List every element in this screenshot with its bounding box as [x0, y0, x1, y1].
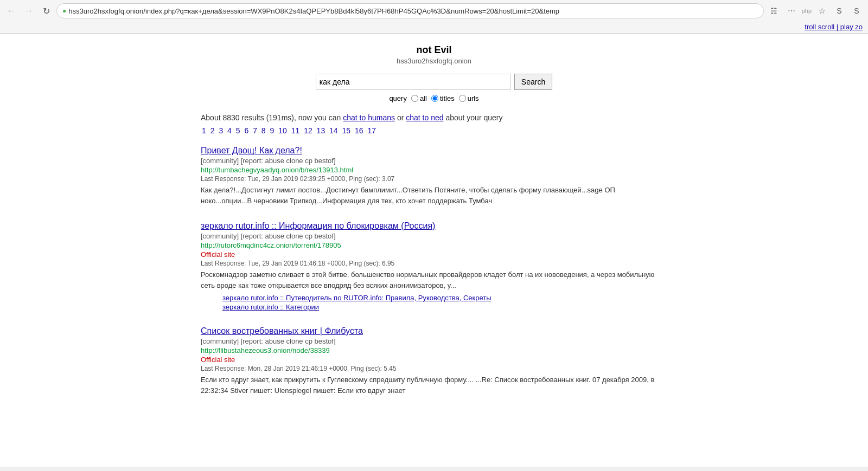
- result-url: http://flibustahezeous3.onion/node/38339: [201, 346, 667, 354]
- page-10[interactable]: 10: [278, 126, 287, 135]
- result-official: Official site: [201, 250, 667, 259]
- search-input[interactable]: [316, 74, 511, 90]
- result-ping: Last Response: Tue, 29 Jan 2019 01:46:18…: [201, 260, 667, 267]
- sync-button[interactable]: S: [832, 4, 846, 18]
- reader-view-button[interactable]: ☵: [767, 4, 781, 18]
- all-label: all: [420, 94, 427, 102]
- result-snippet: Роскомнадзор заметно сливает в этой битв…: [201, 269, 667, 291]
- troll-scroll-link[interactable]: troll scroll | play zo: [805, 23, 863, 31]
- urls-option[interactable]: urls: [459, 94, 479, 102]
- site-title: not Evil: [201, 44, 667, 56]
- forward-button[interactable]: →: [22, 4, 36, 18]
- pagination: 1 2 3 4 5 6 7 8 9 10 11 12 13 14 15 16 1…: [201, 126, 667, 135]
- result-title: Список востребованных книг | Флибуста: [201, 326, 667, 336]
- php-label: php: [802, 8, 812, 14]
- page-1[interactable]: 1: [202, 126, 206, 135]
- results-count-text: About 8830 results (191ms), now you can: [201, 113, 343, 122]
- page-14[interactable]: 14: [329, 126, 338, 135]
- more-menu-button[interactable]: ⋯: [784, 4, 799, 18]
- search-button[interactable]: Search: [514, 74, 552, 90]
- result-official: Official site: [201, 356, 667, 364]
- page-8[interactable]: 8: [261, 126, 266, 135]
- titles-label: titles: [440, 94, 455, 102]
- page-3[interactable]: 3: [219, 126, 223, 135]
- sub-link-2[interactable]: зеркало rutor.info :: Категории: [222, 303, 667, 311]
- page-13[interactable]: 13: [317, 126, 326, 135]
- sub-links: зеркало rutor.info :: Путеводитель по RU…: [222, 294, 667, 311]
- result-meta: [community] [report: abuse clone cp best…: [201, 157, 667, 165]
- search-options: query all titles urls: [201, 94, 667, 102]
- page-9[interactable]: 9: [270, 126, 275, 135]
- page-15[interactable]: 15: [342, 126, 351, 135]
- page-12[interactable]: 12: [304, 126, 312, 135]
- sub-link-1[interactable]: зеркало rutor.info :: Путеводитель по RU…: [222, 294, 667, 302]
- page-6[interactable]: 6: [244, 126, 248, 135]
- back-button[interactable]: ←: [4, 4, 18, 18]
- bookmark-button[interactable]: ☆: [815, 4, 829, 18]
- result-snippet: Как дела?!...Достигнут лимит постов...До…: [201, 185, 667, 206]
- result-title-link[interactable]: зеркало rutor.info :: Информация по блок…: [201, 221, 435, 230]
- refresh-button[interactable]: ↻: [39, 4, 53, 18]
- all-radio[interactable]: [411, 95, 418, 102]
- result-ping: Last Response: Mon, 28 Jan 2019 21:46:19…: [201, 365, 667, 372]
- pagination-links: 1 2 3 4 5 6 7 8 9 10 11 12 13 14 15 16 1…: [201, 126, 377, 135]
- or-text: or: [397, 113, 406, 122]
- urls-radio[interactable]: [459, 95, 466, 102]
- secure-icon: ●: [62, 7, 66, 15]
- result-meta: [community] [report: abuse clone cp best…: [201, 337, 667, 345]
- urls-label: urls: [468, 94, 479, 102]
- result-item: Список востребованных книг | Флибуста [c…: [201, 326, 667, 396]
- page-2[interactable]: 2: [210, 126, 215, 135]
- result-item: зеркало rutor.info :: Информация по блок…: [201, 221, 667, 311]
- page-11[interactable]: 11: [291, 126, 300, 135]
- result-title-link[interactable]: Привет Двощ! Как дела?!: [201, 146, 302, 155]
- result-title-link[interactable]: Список востребованных книг | Флибуста: [201, 326, 363, 335]
- about-query-text: about your query: [445, 113, 502, 122]
- search-form: Search: [201, 74, 667, 90]
- toolbar-right: ☵ ⋯ php ☆ S S: [767, 4, 864, 18]
- profile-button[interactable]: S: [850, 4, 864, 18]
- titles-radio[interactable]: [431, 95, 438, 102]
- result-title: зеркало rutor.info :: Информация по блок…: [201, 221, 667, 231]
- page-7[interactable]: 7: [253, 126, 257, 135]
- page-content: not Evil hss3uro2hsxfogfq.onion Search q…: [190, 34, 678, 422]
- chat-humans-link[interactable]: chat to humans: [343, 113, 395, 122]
- all-option[interactable]: all: [411, 94, 427, 102]
- page-4[interactable]: 4: [227, 126, 232, 135]
- page-wrapper: not Evil hss3uro2hsxfogfq.onion Search q…: [0, 34, 868, 467]
- result-url: http://tumbachegvyaadyq.onion/b/res/1391…: [201, 166, 667, 174]
- result-item: Привет Двощ! Как дела?! [community] [rep…: [201, 146, 667, 206]
- result-title: Привет Двощ! Как дела?!: [201, 146, 667, 156]
- query-label: query: [389, 94, 407, 102]
- result-snippet: Если кто вдруг знает, как прикрутить к Г…: [201, 375, 667, 396]
- page-5[interactable]: 5: [236, 126, 240, 135]
- browser-chrome: ← → ↻ ● hss3uro2hsxfogfq.onion/index.php…: [0, 0, 868, 34]
- site-domain: hss3uro2hsxfogfq.onion: [201, 57, 667, 65]
- result-ping: Last Response: Tue, 29 Jan 2019 02:39:25…: [201, 175, 667, 183]
- results-summary: About 8830 results (191ms), now you can …: [201, 113, 667, 122]
- browser-toolbar: ← → ↻ ● hss3uro2hsxfogfq.onion/index.php…: [0, 0, 868, 22]
- address-bar-text: hss3uro2hsxfogfq.onion/index.php?q=как+д…: [68, 7, 757, 15]
- titles-option[interactable]: titles: [431, 94, 455, 102]
- topbar-links: troll scroll | play zo: [0, 22, 868, 33]
- page-16[interactable]: 16: [355, 126, 363, 135]
- address-bar[interactable]: ● hss3uro2hsxfogfq.onion/index.php?q=как…: [56, 3, 764, 18]
- result-meta: [community] [report: abuse clone cp best…: [201, 232, 667, 240]
- chat-ned-link[interactable]: chat to ned: [406, 113, 443, 122]
- page-17[interactable]: 17: [367, 126, 376, 135]
- result-url: http://rutorc6mqdinc4cz.onion/torrent/17…: [201, 241, 667, 249]
